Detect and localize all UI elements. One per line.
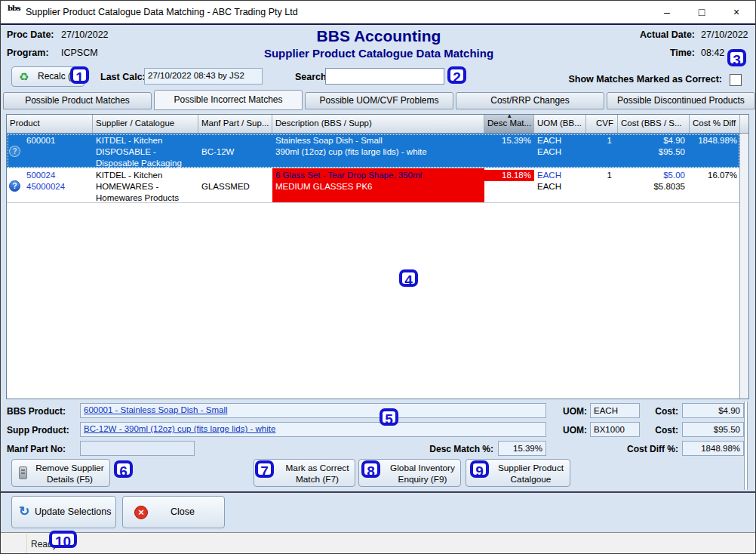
column-header-desc-match[interactable]: ▲Desc Mat... — [484, 115, 534, 133]
cell-manf-part: GLASSMED — [198, 168, 272, 202]
remove-supplier-icon — [19, 466, 27, 479]
cell-desc-match: 15.39% — [484, 134, 534, 168]
tab-possible-discontinued-products[interactable]: Possible Discontinued Products — [607, 92, 755, 109]
question-icon: ? — [9, 146, 20, 157]
cell-description: Stainless Soap Dish - Small 390ml (12oz)… — [272, 134, 484, 168]
cell-supplier-catalogue: KITDEL - Kitchen DISPOSABLE - Disposable… — [93, 134, 198, 168]
close-button[interactable]: × Close — [122, 496, 225, 528]
column-header-cost[interactable]: Cost (BBS / S... — [618, 115, 690, 133]
annotation-9: 9 — [470, 460, 489, 478]
cell-cost-diff: 1848.98% — [690, 134, 740, 168]
annotation-1: 1 — [70, 66, 89, 84]
annotation-3: 3 — [727, 49, 746, 66]
uom-bbs-field: EACH — [590, 403, 640, 418]
recalc-label: Recalc ( — [38, 71, 71, 82]
supp-product-label: Supp Product: — [7, 425, 69, 436]
matches-table: Product Supplier / Catalogue Manf Part /… — [6, 114, 749, 399]
status-bar: Ready — [1, 532, 756, 554]
close-red-icon: × — [134, 506, 148, 519]
app-logo-icon: bbs — [8, 5, 23, 20]
panel-edge — [744, 402, 748, 490]
cell-cost-diff: 16.07% — [690, 168, 740, 202]
cell-cvf: 1 — [586, 134, 618, 168]
cost-bbs-field: $4.90 — [682, 403, 744, 418]
supp-product-link[interactable]: BC-12W - 390ml (12oz) cup (fits large li… — [84, 424, 275, 433]
tab-cost-rrp-changes[interactable]: Cost/RRP Changes — [456, 92, 604, 109]
supp-product-field: BC-12W - 390ml (12oz) cup (fits large li… — [80, 422, 546, 437]
uom-supp-label: UOM: — [551, 425, 587, 436]
maximize-icon[interactable]: □ — [684, 1, 719, 23]
column-header-manf-part[interactable]: Manf Part / Sup... — [198, 115, 272, 133]
bbs-product-field: 600001 - Stainless Soap Dish - Small — [80, 403, 546, 418]
cell-desc-match-alert: 18.18% — [484, 168, 534, 202]
actual-date-label: Actual Date: — [627, 29, 695, 40]
manf-part-no-input[interactable] — [80, 441, 195, 456]
cell-cvf: 1 — [586, 168, 618, 202]
sort-ascending-icon: ▲ — [506, 115, 512, 119]
cell-cost: $5.00 $5.8035 — [618, 168, 690, 202]
annotation-8: 8 — [361, 460, 380, 478]
desc-match-field: 15.39% — [498, 441, 546, 456]
update-selections-button[interactable]: ↻ Update Selections — [11, 496, 116, 528]
window-title: Supplier Product Catalogue Data Matching… — [26, 7, 298, 17]
column-header-uom[interactable]: UOM (BB... — [534, 115, 586, 133]
cell-uom: EACH EACH — [534, 168, 586, 202]
tab-possible-product-matches[interactable]: Possible Product Matches — [3, 92, 152, 109]
cell-uom: EACH EACH — [534, 134, 586, 168]
last-calc-label: Last Calc: — [100, 72, 146, 82]
annotation-2: 2 — [447, 66, 466, 84]
status-bar-cell — [1, 534, 27, 554]
actual-date-value: 27/10/2022 — [701, 29, 748, 40]
desc-match-label: Desc Match %: — [404, 444, 493, 454]
column-header-supplier-catalogue[interactable]: Supplier / Catalogue — [93, 115, 198, 133]
cell-description-alert: 6 Glass Set - Tear Drop Shape, 350ml MED… — [272, 168, 484, 202]
minimize-icon[interactable]: – — [650, 1, 684, 23]
footer-separator — [1, 491, 756, 493]
cost-diff-field: 1848.98% — [682, 441, 744, 456]
search-input[interactable] — [325, 68, 444, 85]
uom-supp-field: BX1000 — [590, 422, 640, 437]
uom-bbs-label: UOM: — [551, 406, 587, 417]
window-controls: – □ × — [650, 1, 754, 23]
column-header-cvf[interactable]: CVF — [586, 115, 618, 133]
app-window: bbs Supplier Product Catalogue Data Matc… — [0, 0, 756, 554]
last-calc-field: 27/10/2022 08:43 by JS2 — [144, 68, 263, 85]
table-row[interactable]: ? 600001 KITDEL - Kitchen DISPOSABLE - D… — [7, 134, 740, 168]
table-row[interactable]: ? 500024 45000024 KITDEL - Kitchen HOMEW… — [7, 168, 740, 203]
question-icon: ? — [9, 180, 20, 192]
column-header-filler — [740, 115, 748, 133]
close-icon[interactable]: × — [719, 1, 754, 23]
cost-bbs-label: Cost: — [647, 406, 678, 417]
show-matches-label: Show Matches Marked as Correct: — [529, 74, 722, 85]
cost-supp-label: Cost: — [647, 425, 678, 436]
update-arrows-icon: ↻ — [19, 497, 29, 527]
title-bar: bbs Supplier Product Catalogue Data Matc… — [1, 1, 755, 25]
cell-product: ? 600001 — [7, 134, 93, 168]
annotation-6: 6 — [114, 460, 133, 478]
cell-manf-part: BC-12W — [198, 134, 272, 168]
time-value: 08:42 — [701, 48, 724, 58]
cell-supplier-catalogue: KITDEL - Kitchen HOMEWARES - Homewares P… — [93, 168, 198, 202]
remove-supplier-details-button[interactable]: Remove Supplier Details (F5) — [11, 459, 110, 487]
bbs-product-link[interactable]: 600001 - Stainless Soap Dish - Small — [84, 405, 228, 414]
cell-cost: $4.90 $95.50 — [618, 134, 690, 168]
cost-diff-label: Cost Diff %: — [597, 444, 678, 454]
column-header-cost-diff[interactable]: Cost % Diff — [690, 115, 740, 133]
cost-supp-field: $95.50 — [682, 422, 744, 437]
annotation-5: 5 — [380, 408, 398, 426]
tab-possible-uom-cvf-problems[interactable]: Possible UOM/CVF Problems — [305, 92, 453, 109]
table-scrollbar[interactable] — [739, 134, 748, 399]
cell-product: ? 500024 45000024 — [7, 168, 93, 202]
column-header-description[interactable]: Description (BBS / Supp) — [272, 115, 484, 133]
bbs-product-label: BBS Product: — [7, 406, 66, 417]
table-header: Product Supplier / Catalogue Manf Part /… — [7, 115, 748, 134]
annotation-7: 7 — [255, 460, 274, 478]
annotation-4: 4 — [399, 269, 418, 287]
time-label: Time: — [627, 48, 695, 58]
annotation-10: 10 — [49, 531, 77, 548]
tab-possible-incorrect-matches[interactable]: Possible Incorrect Matches — [154, 90, 303, 110]
show-matches-checkbox[interactable] — [730, 74, 742, 86]
column-header-product[interactable]: Product — [7, 115, 93, 133]
search-label: Search: — [295, 72, 330, 82]
manf-part-no-label: Manf Part No: — [7, 444, 66, 454]
